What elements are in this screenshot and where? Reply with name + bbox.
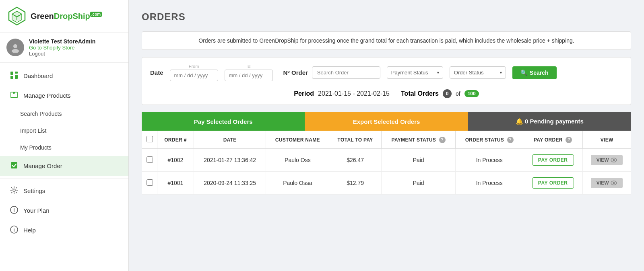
of-label: of	[456, 90, 460, 97]
table-header: ORDER # DATE CUSTOMER NAME TOTAL TO PAY …	[142, 131, 631, 149]
sidebar-item-manage-order[interactable]: Manage Order	[0, 156, 128, 176]
order-filter-group: Nº Order	[283, 66, 380, 79]
eye-icon	[611, 181, 617, 185]
logo-com: .com	[90, 12, 102, 17]
sidebar-item-help-label: Help	[23, 227, 36, 234]
orders-table: ORDER # DATE CUSTOMER NAME TOTAL TO PAY …	[142, 131, 631, 195]
user-section: Violette Test StoreAdmin Go to Shopify S…	[0, 33, 128, 63]
sidebar-item-manage-products[interactable]: Manage Products	[0, 86, 128, 105]
row-customer-name-1: Paulo Ossa	[266, 172, 329, 195]
logo-colored: DropShip	[54, 12, 90, 21]
row-customer-name-0: Paulo Oss	[266, 149, 329, 172]
date-to-input[interactable]	[225, 70, 273, 81]
export-selected-button[interactable]: Export Selected Orders	[305, 112, 468, 131]
orders-total: 100	[464, 90, 479, 97]
pay-order-help-icon[interactable]: ?	[566, 137, 572, 143]
info-banner: Orders are submitted to GreenDropShip fo…	[142, 31, 631, 50]
action-buttons-row: Pay Selected Orders Export Selected Orde…	[142, 112, 631, 131]
svg-point-3	[13, 44, 17, 48]
sidebar-item-settings[interactable]: Settings	[0, 181, 128, 201]
row-order-status-1: In Process	[456, 172, 523, 195]
page-title: ORDERS	[142, 11, 631, 23]
period-row: Period 2021-01-15 - 2021-02-15 Total Ord…	[150, 89, 623, 98]
payment-status-select[interactable]: Payment Status Paid Unpaid	[387, 66, 443, 79]
order-status-select-wrap: Order Status In Process Completed	[450, 66, 506, 79]
sidebar-item-manage-products-label: Manage Products	[23, 92, 71, 99]
header-order-status: ORDER STATUS ?	[456, 131, 523, 149]
row-payment-status-0: Paid	[381, 149, 455, 172]
order-label: Nº Order	[283, 69, 308, 76]
sidebar-item-my-products-label: My Products	[20, 144, 52, 151]
pending-payments-button[interactable]: 🔔 0 Pending payments	[468, 112, 631, 131]
sidebar-item-your-plan[interactable]: i Your Plan	[0, 201, 128, 220]
sidebar-item-import-list[interactable]: Import List	[0, 122, 128, 139]
row-pay-order-cell-0: PAY ORDER	[523, 149, 583, 172]
sidebar-item-dashboard[interactable]: Dashboard	[0, 66, 128, 86]
svg-text:i: i	[13, 207, 14, 213]
sidebar-item-your-plan-label: Your Plan	[23, 207, 50, 214]
svg-rect-6	[15, 72, 18, 74]
row-checkbox-0[interactable]	[147, 156, 153, 163]
logout-link[interactable]: Logout	[29, 51, 95, 57]
order-status-help-icon[interactable]: ?	[507, 137, 514, 143]
view-button-1[interactable]: VIEW	[591, 178, 623, 188]
user-info: Violette Test StoreAdmin Go to Shopify S…	[29, 38, 95, 57]
row-checkbox-cell-1	[142, 172, 157, 195]
orders-tbody: #1002 2021-01-27 13:36:42 Paulo Oss $26.…	[142, 149, 631, 195]
date-label: Date	[150, 69, 163, 76]
table-row: #1001 2020-09-24 11:33:25 Paulo Ossa $12…	[142, 172, 631, 195]
date-to-group: To:	[225, 64, 273, 81]
row-checkbox-1[interactable]	[147, 179, 153, 186]
sidebar-item-search-products-label: Search Products	[20, 111, 62, 117]
select-all-checkbox[interactable]	[147, 136, 153, 142]
shopify-link[interactable]: Go to Shopify Store	[29, 45, 95, 51]
pay-order-button-0[interactable]: PAY ORDER	[532, 154, 574, 166]
help-icon: i	[10, 226, 19, 235]
header-checkbox	[142, 131, 157, 149]
date-from-wrap: From	[170, 64, 218, 81]
order-search-input[interactable]	[312, 66, 380, 79]
to-label: To:	[225, 64, 273, 69]
payment-status-help-icon[interactable]: ?	[439, 137, 446, 143]
row-date-1: 2020-09-24 11:33:25	[194, 172, 266, 195]
eye-icon	[611, 158, 617, 162]
header-total-to-pay: TOTAL TO PAY	[329, 131, 382, 149]
sidebar-item-dashboard-label: Dashboard	[23, 72, 53, 79]
search-button[interactable]: 🔍 Search	[512, 66, 557, 79]
dashboard-icon	[10, 71, 19, 80]
header-order-num: ORDER #	[157, 131, 194, 149]
sidebar-item-search-products[interactable]: Search Products	[0, 105, 128, 122]
row-view-cell-0: VIEW	[583, 149, 631, 172]
row-checkbox-cell-0	[142, 149, 157, 172]
svg-point-19	[613, 182, 615, 184]
header-pay-order: PAY ORDER ?	[523, 131, 583, 149]
svg-rect-8	[15, 75, 18, 79]
view-button-0[interactable]: VIEW	[591, 155, 623, 165]
row-order-status-0: In Process	[456, 149, 523, 172]
row-total-0: $26.47	[329, 149, 382, 172]
sidebar-item-help[interactable]: i Help	[0, 220, 128, 240]
order-status-select[interactable]: Order Status In Process Completed	[450, 66, 506, 79]
row-view-cell-1: VIEW	[583, 172, 631, 195]
date-from-input[interactable]	[170, 70, 218, 81]
settings-icon	[10, 186, 19, 195]
your-plan-icon: i	[10, 206, 19, 215]
avatar	[6, 39, 24, 56]
svg-rect-7	[10, 76, 13, 79]
search-button-label: Search	[530, 70, 549, 76]
row-payment-status-1: Paid	[381, 172, 455, 195]
table-row: #1002 2021-01-27 13:36:42 Paulo Oss $26.…	[142, 149, 631, 172]
date-to-wrap: To:	[225, 64, 273, 81]
search-icon: 🔍	[520, 70, 527, 76]
pay-selected-button[interactable]: Pay Selected Orders	[142, 112, 305, 131]
row-date-0: 2021-01-27 13:36:42	[194, 149, 266, 172]
payment-status-select-wrap: Payment Status Paid Unpaid	[387, 66, 443, 79]
sidebar-item-my-products[interactable]: My Products	[0, 139, 128, 156]
sidebar-item-manage-order-label: Manage Order	[23, 162, 62, 169]
period-value: 2021-01-15 - 2021-02-15	[318, 90, 390, 97]
row-pay-order-cell-1: PAY ORDER	[523, 172, 583, 195]
main-content: ORDERS Orders are submitted to GreenDrop…	[129, 0, 644, 271]
pay-order-button-1[interactable]: PAY ORDER	[532, 177, 574, 189]
pending-label: 0 Pending payments	[525, 118, 584, 125]
svg-point-4	[12, 49, 19, 53]
